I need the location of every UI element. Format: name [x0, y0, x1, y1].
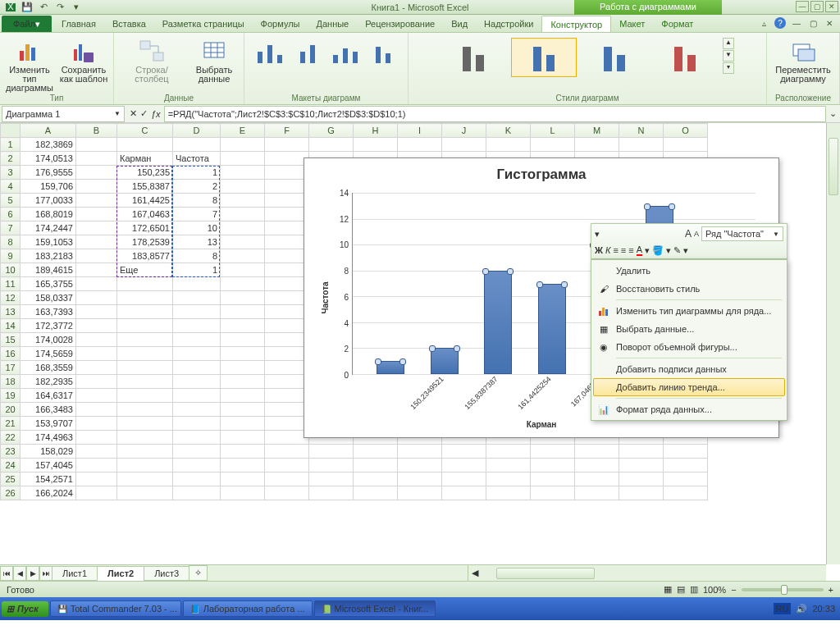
cancel-formula-icon[interactable]: ✕ — [130, 108, 137, 119]
redo-icon[interactable]: ↷ — [52, 1, 67, 14]
tray-lang[interactable]: RU — [774, 603, 792, 614]
doc-close-icon[interactable]: ✕ — [824, 17, 835, 29]
taskbar-total-commander[interactable]: 💾 Total Commander 7.03 - ... — [50, 600, 181, 617]
mini-font-dec-icon[interactable]: ▾ — [595, 229, 600, 240]
styles-down-icon[interactable]: ▼ — [723, 50, 734, 62]
namebox-dropdown-icon[interactable]: ▼ — [114, 110, 121, 117]
context-menu: Удалить 🖌Восстановить стиль Изменить тип… — [591, 259, 788, 421]
undo-icon[interactable]: ↶ — [36, 1, 51, 14]
chart-style-3[interactable] — [582, 38, 647, 77]
sheet-nav-next-icon[interactable]: ▶ — [26, 566, 39, 581]
series-selector[interactable]: Ряд "Частота" ▼ — [701, 226, 783, 241]
chart-layout-2[interactable] — [290, 38, 326, 69]
start-button[interactable]: ⊞Пуск — [2, 601, 48, 617]
tab-insert[interactable]: Вставка — [104, 16, 154, 32]
taskbar-excel[interactable]: 📗 Microsoft Excel - Книг... — [314, 600, 436, 617]
mini-font-size-inc-icon[interactable]: A — [685, 228, 692, 240]
chart-layout-3[interactable] — [327, 38, 363, 69]
ribbon-minimize-icon[interactable]: ▵ — [758, 17, 769, 29]
view-page-break-icon[interactable]: ▥ — [690, 584, 698, 595]
y-axis-label[interactable]: Частота — [321, 281, 330, 313]
name-box[interactable]: Диаграмма 1▼ — [2, 106, 125, 122]
align-right-icon[interactable]: ≡ — [628, 245, 633, 255]
zoom-level[interactable]: 100% — [703, 585, 726, 595]
fx-icon[interactable]: ƒx — [151, 109, 161, 119]
sheet-nav-first-icon[interactable]: ⏮ — [0, 566, 13, 581]
doc-minimize-icon[interactable]: — — [791, 17, 802, 29]
menu-rotate-3d[interactable]: ◉Поворот объемной фигуры... — [593, 338, 785, 356]
tab-page-layout[interactable]: Разметка страницы — [154, 16, 253, 32]
menu-reset-style[interactable]: 🖌Восстановить стиль — [593, 280, 785, 298]
styles-more-icon[interactable]: ▾ — [723, 62, 734, 74]
change-type-icon — [596, 304, 611, 318]
windows-logo-icon: ⊞ — [7, 604, 14, 614]
horizontal-scrollbar[interactable]: ◀ — [468, 564, 812, 581]
sheet-tab-1[interactable]: Лист1 — [52, 566, 98, 581]
tab-file[interactable]: Файл ▾ — [2, 16, 52, 32]
save-icon[interactable]: 💾 — [20, 1, 34, 14]
styles-up-icon[interactable]: ▲ — [723, 38, 734, 49]
menu-delete[interactable]: Удалить — [593, 262, 785, 280]
close-icon[interactable]: ✕ — [825, 1, 838, 12]
tab-design[interactable]: Конструктор — [541, 16, 611, 32]
change-chart-type-button[interactable]: Изменить тип диаграммы — [5, 38, 54, 93]
tray-volume-icon[interactable]: 🔊 — [796, 604, 807, 614]
maximize-icon[interactable]: ▢ — [810, 1, 824, 12]
chart-layout-4[interactable] — [365, 38, 401, 69]
menu-change-type[interactable]: Изменить тип диаграммы для ряда... — [593, 302, 785, 320]
menu-select-data[interactable]: ▦Выбрать данные... — [593, 320, 785, 338]
menu-add-labels[interactable]: Добавить подписи данных — [593, 360, 785, 378]
menu-format-series[interactable]: 📊Формат ряда данных... — [593, 400, 785, 418]
switch-row-col-button[interactable]: Строка/столбец — [119, 38, 185, 84]
zoom-in-icon[interactable]: + — [829, 585, 833, 595]
mini-toolbar: ▾ A A Ряд "Частота" ▼ Ж К ≡ ≡ ≡ A ▾ 🪣▾ ✎… — [591, 223, 788, 259]
sheet-tab-new[interactable]: ✧ — [189, 565, 208, 581]
mini-font-size-dec-icon[interactable]: A — [694, 230, 699, 238]
minimize-icon[interactable]: — — [796, 1, 809, 12]
zoom-slider[interactable] — [742, 588, 824, 591]
view-normal-icon[interactable]: ▦ — [664, 584, 672, 595]
tab-format[interactable]: Формат — [653, 16, 701, 32]
chart-style-2[interactable] — [511, 38, 577, 77]
chart-style-4[interactable] — [652, 38, 718, 77]
outline-icon[interactable]: ✎ — [673, 245, 681, 256]
save-template-button[interactable]: Сохранить как шаблон — [59, 38, 108, 84]
font-color-icon[interactable]: A — [637, 244, 642, 256]
taskbar-word[interactable]: 📘 Лабораторная работа ... — [183, 600, 313, 617]
vertical-scrollbar[interactable] — [826, 123, 840, 564]
sheet-tab-2[interactable]: Лист2 — [97, 566, 144, 581]
help-icon[interactable]: ? — [774, 17, 786, 29]
align-center-icon[interactable]: ≡ — [621, 245, 626, 255]
tray-clock[interactable]: 20:33 — [812, 604, 835, 614]
tab-layout[interactable]: Макет — [611, 16, 653, 32]
tab-data[interactable]: Данные — [308, 16, 357, 32]
tab-formulas[interactable]: Формулы — [253, 16, 308, 32]
format-series-icon: 📊 — [596, 402, 611, 417]
view-page-layout-icon[interactable]: ▤ — [677, 584, 685, 595]
chart-style-1[interactable] — [441, 38, 506, 77]
qat-dropdown-icon[interactable]: ▾ — [69, 1, 84, 14]
sheet-nav-last-icon[interactable]: ⏭ — [39, 566, 52, 581]
svg-rect-7 — [84, 52, 94, 62]
tab-review[interactable]: Рецензирование — [357, 16, 443, 32]
tab-home[interactable]: Главная — [53, 16, 104, 32]
sheet-tab-3[interactable]: Лист3 — [144, 566, 189, 581]
fill-color-icon[interactable]: 🪣 — [652, 245, 664, 256]
select-data-button[interactable]: Выбрать данные — [189, 38, 239, 84]
tab-view[interactable]: Вид — [443, 16, 476, 32]
tab-addins[interactable]: Надстройки — [476, 16, 541, 32]
align-left-icon[interactable]: ≡ — [613, 245, 618, 255]
zoom-out-icon[interactable]: − — [731, 585, 736, 595]
sheet-nav-prev-icon[interactable]: ◀ — [13, 566, 26, 581]
doc-restore-icon[interactable]: ▢ — [807, 17, 819, 29]
menu-add-trendline[interactable]: Добавить линию тренда... — [593, 378, 785, 396]
chart-layout-1[interactable] — [252, 38, 288, 69]
formula-expand-icon[interactable]: ⌄ — [826, 108, 840, 119]
formula-input[interactable]: =РЯД("Частота";Лист2!$C$3:$C$10;Лист2!$D… — [164, 106, 826, 122]
move-chart-button[interactable]: Переместить диаграмму — [772, 38, 834, 84]
chart-title[interactable]: Гистограмма — [311, 167, 772, 183]
x-axis-label[interactable]: Карман — [527, 420, 557, 429]
italic-icon[interactable]: К — [605, 245, 610, 255]
bold-icon[interactable]: Ж — [595, 245, 603, 255]
enter-formula-icon[interactable]: ✓ — [140, 108, 148, 119]
